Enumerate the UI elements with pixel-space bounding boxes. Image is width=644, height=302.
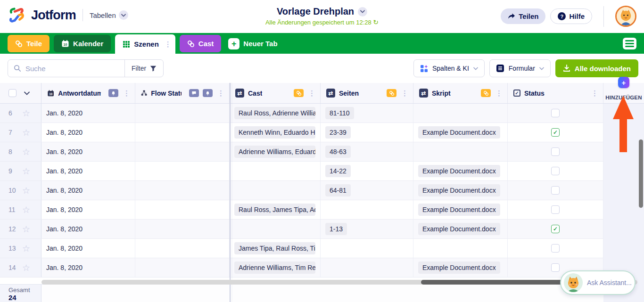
cell-seiten[interactable] bbox=[321, 239, 413, 258]
cell-status[interactable] bbox=[508, 239, 603, 258]
user-avatar[interactable] bbox=[615, 6, 636, 27]
star-icon[interactable]: ☆ bbox=[22, 186, 30, 195]
status-checkbox[interactable] bbox=[551, 128, 560, 137]
cell-flow-status[interactable] bbox=[135, 142, 230, 161]
tab-kalender[interactable]: 10 Kalender bbox=[54, 35, 111, 52]
cell-antwortdatum[interactable]: Jan. 8, 2020 bbox=[41, 123, 135, 142]
column-header-skript[interactable]: ⇄ Skript ⋮ bbox=[413, 83, 508, 103]
share-button[interactable]: Teilen bbox=[501, 8, 545, 24]
cell-seiten[interactable]: 1-13 bbox=[321, 220, 413, 238]
cell-status[interactable] bbox=[508, 142, 603, 161]
cell-skript[interactable]: Example Document.docx bbox=[413, 162, 508, 180]
new-tab-button[interactable]: + Neuer Tab bbox=[225, 35, 285, 52]
star-icon[interactable]: ☆ bbox=[22, 147, 30, 156]
tab-teile[interactable]: Teile bbox=[8, 35, 50, 52]
link-badge-icon[interactable] bbox=[294, 89, 304, 97]
column-menu-icon[interactable]: ⋮ bbox=[216, 89, 225, 98]
column-header-cast[interactable]: ⇄ Cast ⋮ bbox=[230, 83, 321, 103]
cell-flow-status[interactable] bbox=[135, 220, 230, 238]
cell-cast[interactable]: Raul Ross, Adrienne William bbox=[230, 104, 321, 122]
column-header-antwortdatum[interactable]: 10 Antwortdatum ⋮ bbox=[41, 83, 135, 103]
frozen-column-divider[interactable] bbox=[230, 83, 231, 302]
cell-cast[interactable]: Adrienne Williams, Tim Reil bbox=[230, 258, 321, 277]
status-checkbox[interactable] bbox=[551, 147, 560, 156]
product-switcher[interactable]: Tabellen bbox=[90, 10, 128, 20]
cell-antwortdatum[interactable]: Jan. 8, 2020 bbox=[41, 181, 135, 200]
cell-status[interactable] bbox=[508, 220, 603, 238]
cell-flow-status[interactable] bbox=[135, 162, 230, 180]
cell-antwortdatum[interactable]: Jan. 8, 2020 bbox=[41, 239, 135, 258]
cell-cast[interactable]: Adrienne Williams, Eduardo bbox=[230, 142, 321, 161]
star-icon[interactable]: ☆ bbox=[22, 225, 30, 234]
cell-cast[interactable] bbox=[230, 181, 321, 200]
cell-skript[interactable]: Example Document.docx bbox=[413, 123, 508, 142]
refresh-icon[interactable]: ↻ bbox=[373, 18, 379, 26]
download-all-button[interactable]: Alle downloaden bbox=[555, 59, 638, 77]
cell-flow-status[interactable] bbox=[135, 104, 230, 122]
title-chevron-down-icon[interactable] bbox=[358, 7, 367, 16]
link-badge-icon[interactable] bbox=[387, 89, 396, 97]
cell-seiten[interactable]: 48-63 bbox=[321, 142, 413, 161]
star-icon[interactable]: ☆ bbox=[22, 244, 30, 253]
cell-skript[interactable]: Example Document.docx bbox=[413, 200, 508, 219]
cell-status[interactable] bbox=[508, 123, 603, 142]
ask-assistant-button[interactable]: Ask Assistant... bbox=[560, 270, 636, 295]
tab-list-menu-icon[interactable] bbox=[623, 38, 636, 49]
filter-button[interactable]: Filter bbox=[124, 60, 163, 77]
cell-cast[interactable] bbox=[230, 220, 321, 238]
search-box[interactable] bbox=[8, 60, 124, 77]
columns-ai-button[interactable]: Spalten & KI bbox=[413, 59, 485, 77]
cell-antwortdatum[interactable]: Jan. 8, 2020 bbox=[41, 104, 135, 122]
star-icon[interactable]: ☆ bbox=[22, 205, 30, 214]
cell-flow-status[interactable] bbox=[135, 239, 230, 258]
cell-flow-status[interactable] bbox=[135, 258, 230, 277]
cell-status[interactable] bbox=[508, 200, 603, 219]
chevron-down-icon[interactable] bbox=[24, 91, 30, 95]
column-header-seiten[interactable]: ⇄ Seiten ⋮ bbox=[321, 83, 413, 103]
cell-seiten[interactable]: 23-39 bbox=[321, 123, 413, 142]
cell-skript[interactable]: Example Document.docx bbox=[413, 181, 508, 200]
cell-seiten[interactable] bbox=[321, 258, 413, 277]
comment-badge-icon[interactable] bbox=[189, 89, 199, 97]
cell-antwortdatum[interactable]: Jan. 8, 2020 bbox=[41, 142, 135, 161]
cell-antwortdatum[interactable]: Jan. 8, 2020 bbox=[41, 258, 135, 277]
cell-antwortdatum[interactable]: Jan. 8, 2020 bbox=[41, 200, 135, 219]
cell-flow-status[interactable] bbox=[135, 200, 230, 219]
status-checkbox[interactable] bbox=[551, 244, 560, 253]
cell-status[interactable] bbox=[508, 162, 603, 180]
cell-status[interactable] bbox=[508, 104, 603, 122]
tab-szenen-active[interactable]: Szenen ⋮ bbox=[115, 34, 175, 54]
link-badge-icon[interactable] bbox=[481, 89, 491, 97]
cell-skript[interactable] bbox=[413, 142, 508, 161]
chevron-down-icon[interactable] bbox=[119, 10, 128, 20]
cell-flow-status[interactable] bbox=[135, 123, 230, 142]
cell-cast[interactable]: Raul Ross, James Tipa, Adri bbox=[230, 200, 321, 219]
star-icon[interactable]: ☆ bbox=[22, 128, 30, 137]
cell-skript[interactable] bbox=[413, 239, 508, 258]
select-all-checkbox[interactable] bbox=[8, 89, 17, 97]
bell-badge-icon[interactable] bbox=[203, 89, 213, 97]
cell-skript[interactable]: Example Document.docx bbox=[413, 258, 508, 277]
star-icon[interactable]: ☆ bbox=[22, 109, 30, 118]
cell-skript[interactable] bbox=[413, 104, 508, 122]
star-icon[interactable]: ☆ bbox=[22, 167, 30, 176]
cell-flow-status[interactable] bbox=[135, 181, 230, 200]
form-button[interactable]: Formular bbox=[489, 59, 551, 77]
cell-seiten[interactable]: 14-22 bbox=[321, 162, 413, 180]
cell-cast[interactable]: James Tipa, Raul Ross, Tim bbox=[230, 239, 321, 258]
vertical-scrollbar-thumb[interactable] bbox=[639, 139, 643, 208]
column-menu-icon[interactable]: ⋮ bbox=[307, 89, 316, 98]
cell-status[interactable] bbox=[508, 181, 603, 200]
search-input[interactable] bbox=[25, 65, 106, 73]
column-menu-icon[interactable]: ⋮ bbox=[400, 89, 409, 98]
cell-seiten[interactable]: 64-81 bbox=[321, 181, 413, 200]
cell-seiten[interactable] bbox=[321, 200, 413, 219]
tab-cast[interactable]: Cast bbox=[180, 35, 222, 52]
add-column-button[interactable]: + bbox=[618, 77, 629, 88]
star-icon[interactable]: ☆ bbox=[22, 263, 30, 272]
column-header-status[interactable]: ✓ Status ⋮ bbox=[508, 83, 603, 103]
help-button[interactable]: ? Hilfe bbox=[550, 8, 592, 24]
bell-badge-icon[interactable] bbox=[108, 89, 118, 97]
cell-skript[interactable]: Example Document.docx bbox=[413, 220, 508, 238]
status-checkbox[interactable] bbox=[551, 205, 560, 214]
